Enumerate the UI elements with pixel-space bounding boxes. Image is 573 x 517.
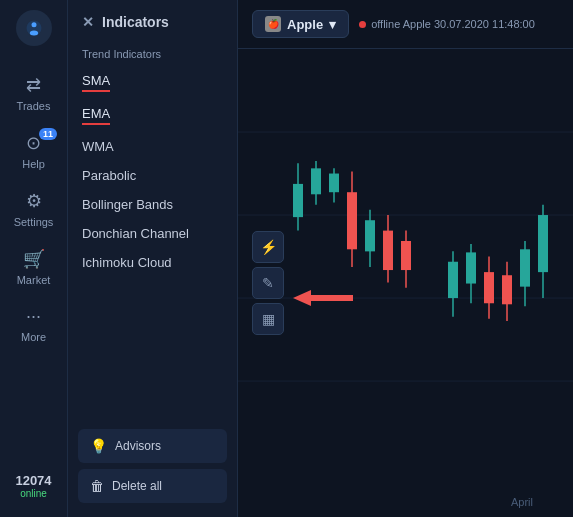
sidebar-item-market[interactable]: 🛒 Market: [0, 238, 67, 296]
sidebar-item-help[interactable]: 11 ⊙ Help: [0, 122, 67, 180]
layout-button[interactable]: ▦: [252, 303, 284, 335]
sidebar-item-settings[interactable]: ⚙ Settings: [0, 180, 67, 238]
close-button[interactable]: ✕: [82, 14, 94, 30]
more-icon: ···: [26, 306, 41, 327]
draw-icon: ✎: [262, 275, 274, 291]
indicator-wma[interactable]: WMA: [68, 132, 237, 161]
delete-all-button[interactable]: 🗑 Delete all: [78, 469, 227, 503]
draw-button[interactable]: ✎: [252, 267, 284, 299]
svg-rect-26: [484, 272, 494, 303]
trades-icon: ⇄: [26, 74, 41, 96]
asset-selector[interactable]: 🍎 Apple ▾: [252, 10, 349, 38]
indicator-parabolic[interactable]: Parabolic: [68, 161, 237, 190]
logo: [16, 10, 52, 46]
advisors-icon: 💡: [90, 438, 107, 454]
indicator-ichimoku[interactable]: Ichimoku Cloud: [68, 248, 237, 277]
svg-rect-8: [293, 184, 303, 217]
section-trend-indicators: Trend Indicators: [68, 42, 237, 66]
svg-marker-33: [293, 290, 353, 306]
sidebar: ⇄ Trades 11 ⊙ Help ⚙ Settings 🛒 Market ·…: [0, 0, 68, 517]
settings-icon: ⚙: [26, 190, 42, 212]
april-label: April: [511, 496, 533, 508]
apple-icon: 🍎: [265, 16, 281, 32]
arrow-indicator: [293, 290, 353, 306]
panel-footer: 💡 Advisors 🗑 Delete all: [68, 429, 237, 503]
svg-rect-12: [329, 174, 339, 193]
asset-label: Apple: [287, 17, 323, 32]
svg-rect-16: [365, 220, 375, 251]
svg-point-1: [31, 22, 36, 27]
indicator-sma[interactable]: SMA: [68, 66, 237, 99]
sidebar-item-trades[interactable]: ⇄ Trades: [0, 64, 67, 122]
status-dot: [359, 21, 366, 28]
svg-rect-18: [383, 231, 393, 270]
svg-rect-20: [401, 241, 411, 270]
svg-rect-22: [448, 262, 458, 298]
main-area: 🍎 Apple ▾ offline Apple 30.07.2020 11:48…: [238, 0, 573, 517]
layout-icon: ▦: [262, 311, 275, 327]
online-count: 12074: [15, 473, 51, 488]
delete-icon: 🗑: [90, 478, 104, 494]
svg-rect-32: [538, 215, 548, 272]
panel-title: Indicators: [102, 14, 169, 30]
svg-rect-28: [502, 275, 512, 304]
candle-chart-icon: ⚡: [260, 239, 277, 255]
chart-toolbar: ⚡ ✎ ▦: [252, 231, 284, 335]
svg-rect-30: [520, 249, 530, 286]
svg-rect-10: [311, 168, 321, 194]
market-icon: 🛒: [23, 248, 45, 270]
sidebar-bottom: 12074 online: [0, 473, 67, 507]
online-label: online: [20, 488, 47, 499]
panel-header: ✕ Indicators: [68, 14, 237, 42]
sidebar-item-more[interactable]: ··· More: [0, 296, 67, 353]
status-text: offline Apple 30.07.2020 11:48:00: [359, 18, 535, 30]
topbar: 🍎 Apple ▾ offline Apple 30.07.2020 11:48…: [238, 0, 573, 49]
svg-point-2: [29, 31, 37, 36]
advisors-button[interactable]: 💡 Advisors: [78, 429, 227, 463]
candle-chart-button[interactable]: ⚡: [252, 231, 284, 263]
indicator-ema[interactable]: EMA: [68, 99, 237, 132]
indicators-panel: ✕ Indicators Trend Indicators SMA EMA WM…: [68, 0, 238, 517]
indicator-donchian[interactable]: Donchian Channel: [68, 219, 237, 248]
chart-area: ⚡ ✎ ▦ April: [238, 49, 573, 516]
svg-rect-24: [466, 252, 476, 283]
dropdown-icon: ▾: [329, 17, 336, 32]
candlestick-chart: [238, 49, 573, 516]
svg-rect-14: [347, 192, 357, 249]
indicator-bollinger[interactable]: Bollinger Bands: [68, 190, 237, 219]
